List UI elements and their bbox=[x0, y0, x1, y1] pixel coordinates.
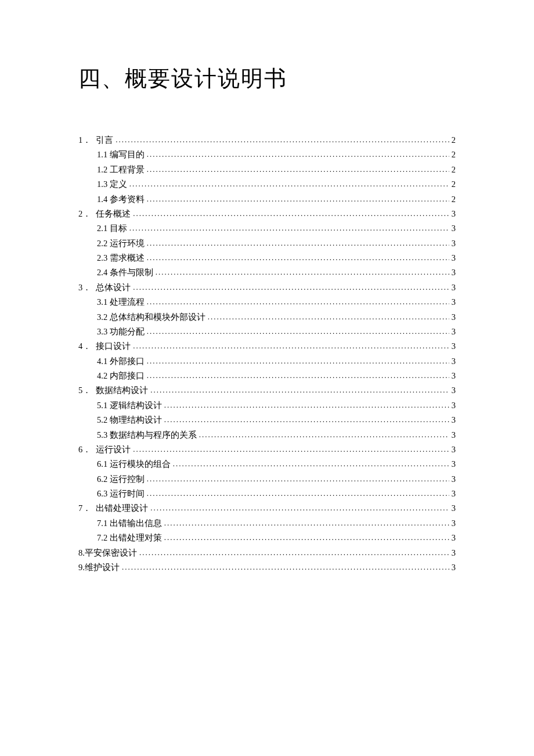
toc-entry: 3.1 处理流程3 bbox=[97, 295, 456, 309]
toc-entry-page: 3 bbox=[452, 516, 456, 531]
toc-entry-page: 3 bbox=[452, 383, 456, 398]
toc-leader-dots bbox=[147, 369, 449, 383]
toc-entry: 6.2 运行控制3 bbox=[97, 472, 456, 487]
toc-entry-label: 5.1 逻辑结构设计 bbox=[97, 398, 162, 413]
toc-entry: 5.3 数据结构与程序的关系3 bbox=[97, 428, 456, 442]
toc-entry: 1．引言2 bbox=[78, 133, 456, 147]
toc-entry-label: 2.4 条件与限制 bbox=[97, 265, 153, 280]
toc-entry-label: 7.1 出错输出信息 bbox=[97, 516, 162, 531]
toc-entry-label: 3.3 功能分配 bbox=[97, 325, 145, 339]
toc-entry: 2.4 条件与限制3 bbox=[97, 265, 456, 280]
toc-leader-dots bbox=[133, 280, 449, 294]
toc-entry-page: 3 bbox=[452, 428, 456, 442]
toc-entry-label: 3．总体设计 bbox=[78, 280, 131, 295]
toc-entry: 4.1 外部接口3 bbox=[97, 354, 456, 369]
toc-entry: 2.1 目标3 bbox=[97, 221, 456, 236]
toc-entry-page: 3 bbox=[452, 472, 456, 487]
toc-entry-text: 总体设计 bbox=[96, 283, 131, 292]
toc-entry: 3.3 功能分配3 bbox=[97, 325, 456, 339]
toc-leader-dots bbox=[133, 442, 449, 456]
toc-entry-text: 运行设计 bbox=[96, 445, 131, 454]
toc-entry-text: 数据结构设计 bbox=[96, 386, 148, 395]
table-of-contents: 1．引言21.1 编写目的21.2 工程背景21.3 定义21.4 参考资料22… bbox=[78, 133, 456, 575]
toc-leader-dots bbox=[139, 546, 449, 560]
toc-entry-page: 3 bbox=[452, 398, 456, 413]
toc-leader-dots bbox=[147, 251, 449, 265]
toc-entry: 7.2 出错处理对策3 bbox=[97, 531, 456, 545]
toc-leader-dots bbox=[156, 265, 449, 279]
toc-leader-dots bbox=[133, 339, 449, 353]
toc-entry: 5.1 逻辑结构设计3 bbox=[97, 398, 456, 413]
toc-leader-dots bbox=[133, 207, 449, 221]
toc-entry-label: 6.2 运行控制 bbox=[97, 472, 145, 487]
toc-entry-page: 3 bbox=[452, 369, 456, 383]
toc-entry-page: 2 bbox=[452, 177, 456, 192]
toc-leader-dots bbox=[122, 560, 449, 574]
toc-entry-label: 7．出错处理设计 bbox=[78, 501, 148, 516]
toc-entry-page: 3 bbox=[452, 457, 456, 471]
toc-entry-page: 3 bbox=[452, 501, 456, 516]
toc-entry-label: 4．接口设计 bbox=[78, 339, 131, 354]
toc-entry-label: 5.2 物理结构设计 bbox=[97, 413, 162, 427]
toc-leader-dots bbox=[147, 163, 449, 177]
toc-entry: 8.平安保密设计3 bbox=[78, 546, 456, 560]
toc-entry: 6.3 运行时间3 bbox=[97, 487, 456, 501]
toc-entry-label: 1.1 编写目的 bbox=[97, 147, 145, 162]
toc-entry-label: 8.平安保密设计 bbox=[78, 546, 137, 560]
toc-entry-page: 3 bbox=[452, 487, 456, 501]
toc-entry-page: 2 bbox=[452, 163, 456, 177]
toc-leader-dots bbox=[147, 236, 449, 250]
toc-entry-text: 出错处理设计 bbox=[96, 503, 148, 513]
toc-entry-label: 4.2 内部接口 bbox=[97, 369, 145, 383]
toc-entry-page: 2 bbox=[452, 133, 456, 147]
toc-leader-dots bbox=[129, 221, 449, 235]
toc-entry: 2.2 运行环境3 bbox=[97, 236, 456, 251]
toc-entry-label: 9.维护设计 bbox=[78, 560, 120, 575]
toc-leader-dots bbox=[164, 413, 449, 427]
toc-entry-label: 1.4 参考资料 bbox=[97, 192, 145, 207]
toc-leader-dots bbox=[147, 192, 449, 206]
toc-entry: 3.2 总体结构和模块外部设计3 bbox=[97, 310, 456, 325]
toc-entry-text: 引言 bbox=[96, 135, 113, 145]
toc-entry-label: 6.1 运行模块的组合 bbox=[97, 457, 171, 471]
toc-entry-label: 2.1 目标 bbox=[97, 221, 127, 236]
toc-entry-page: 3 bbox=[452, 265, 456, 280]
toc-leader-dots bbox=[147, 147, 449, 161]
toc-entry-number: 5． bbox=[78, 383, 91, 398]
toc-entry: 7．出错处理设计3 bbox=[78, 501, 456, 516]
toc-entry: 2．任务概述3 bbox=[78, 207, 456, 221]
toc-leader-dots bbox=[173, 457, 449, 471]
toc-entry: 1.2 工程背景2 bbox=[97, 163, 456, 177]
toc-entry-label: 1.2 工程背景 bbox=[97, 163, 145, 177]
toc-entry-text: 接口设计 bbox=[96, 341, 131, 351]
toc-entry-number: 2． bbox=[78, 207, 91, 221]
toc-entry-page: 2 bbox=[452, 147, 456, 162]
toc-leader-dots bbox=[116, 133, 449, 147]
toc-entry-number: 1． bbox=[78, 133, 91, 147]
toc-entry-page: 3 bbox=[452, 295, 456, 309]
toc-entry-number: 4． bbox=[78, 339, 91, 354]
toc-entry: 6．运行设计3 bbox=[78, 442, 456, 457]
toc-leader-dots bbox=[147, 487, 449, 501]
toc-entry: 5.2 物理结构设计3 bbox=[97, 413, 456, 427]
toc-leader-dots bbox=[147, 325, 449, 339]
toc-leader-dots bbox=[164, 531, 449, 545]
toc-entry-label: 4.1 外部接口 bbox=[97, 354, 145, 369]
toc-entry-number: 3． bbox=[78, 280, 91, 295]
toc-entry-page: 3 bbox=[452, 280, 456, 295]
toc-leader-dots bbox=[147, 354, 449, 368]
toc-entry-number: 7． bbox=[78, 501, 91, 516]
toc-leader-dots bbox=[150, 383, 449, 397]
toc-entry-page: 3 bbox=[452, 339, 456, 354]
toc-leader-dots bbox=[164, 516, 449, 530]
toc-entry-label: 1．引言 bbox=[78, 133, 113, 147]
toc-entry-page: 3 bbox=[452, 310, 456, 325]
toc-entry-label: 6．运行设计 bbox=[78, 442, 131, 457]
toc-entry-label: 3.1 处理流程 bbox=[97, 295, 145, 309]
toc-entry-label: 3.2 总体结构和模块外部设计 bbox=[97, 310, 205, 325]
toc-entry-page: 3 bbox=[452, 442, 456, 457]
toc-entry-label: 2．任务概述 bbox=[78, 207, 131, 221]
toc-entry: 7.1 出错输出信息3 bbox=[97, 516, 456, 531]
toc-entry-page: 3 bbox=[452, 325, 456, 339]
toc-entry-page: 3 bbox=[452, 560, 456, 575]
